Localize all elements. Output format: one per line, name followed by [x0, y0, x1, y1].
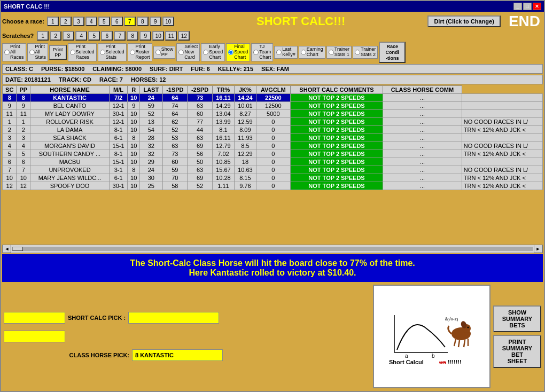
tj-team-label: TJTeamChart [259, 44, 271, 60]
scratch-btn-4[interactable]: 4 [75, 31, 87, 41]
race-btn-9[interactable]: 9 [150, 17, 161, 26]
earning-chart-label: EarningChart [307, 47, 323, 58]
table-row[interactable]: 99BEL CANTO12-1959746314.2910.0112500NOT… [3, 102, 543, 110]
print-selected-stats-label: PrintSelectedStats [106, 44, 124, 60]
trainer-stats2-radio[interactable] [355, 50, 360, 55]
table-row[interactable]: 1212SPOOFY DOO30-1102558521.119.760NOT T… [3, 182, 543, 190]
horizontal-scrollbar[interactable]: ◄ ► [2, 245, 543, 253]
table-row[interactable]: 55SOUTHERN CANDY ...8-1103273567.0212.29… [3, 150, 543, 158]
col-header-horse-name: HORSE NAME [30, 86, 110, 94]
select-new-card-label: SelectNewCard [184, 44, 198, 60]
race-btn-1[interactable]: 1 [47, 17, 59, 26]
earning-chart-radio[interactable] [301, 50, 306, 55]
scratch-btn-7[interactable]: 7 [114, 31, 126, 41]
race-btn-4[interactable]: 4 [85, 17, 97, 26]
select-new-card-radio[interactable] [178, 50, 184, 55]
print-all-races-group: PrintAllRaces [2, 43, 26, 61]
scratch-btn-9[interactable]: 9 [139, 31, 151, 41]
race-btn-5[interactable]: 5 [98, 17, 110, 26]
print-selected-races-group: PrintSelectedRaces [68, 43, 97, 61]
race-btn-8[interactable]: 8 [137, 17, 149, 26]
action-buttons: SHOWSUMMARYBETS PRINTSUMMARYBETSHEET [493, 285, 541, 388]
print-selected-stats-group: PrintSelectedStats [98, 43, 127, 61]
col-header-r: R [128, 86, 140, 94]
table-row[interactable]: 1111MY LADY DOWRY30-11052646013.048.2750… [3, 110, 543, 118]
race-conditions-btn[interactable]: RaceCondi-tions [379, 42, 406, 63]
table-row[interactable]: 33SEA SHACK6-1828536316.1111.930NOT TOP … [3, 134, 543, 142]
race-btn-2[interactable]: 2 [60, 17, 72, 26]
last-kelly-radio[interactable] [276, 50, 282, 55]
svg-text:b: b [432, 353, 435, 359]
dirt-button[interactable]: Dirt (Click to Change) [427, 15, 500, 27]
final-speed-radio[interactable] [228, 50, 233, 55]
print-all-races-radio[interactable] [4, 50, 10, 55]
show-pp-radio[interactable] [155, 50, 161, 55]
scratch-btn-3[interactable]: 3 [63, 31, 74, 41]
scratch-btn-6[interactable]: 6 [101, 31, 113, 41]
app-title: SHORT CALC!!! [174, 14, 428, 28]
table-row[interactable]: 11ROLLOVER RISK12-11013627713.9912.590NO… [3, 118, 543, 126]
col-header-tr%: TR% [212, 86, 234, 94]
show-summary-bets-btn[interactable]: SHOWSUMMARYBETS [493, 305, 541, 332]
scratches-label: Scratches? [2, 33, 34, 39]
trainer-stats1-group: TrainerStats 1 [326, 46, 352, 59]
print-roster-label: PrintRosterReport [136, 44, 150, 60]
scroll-thumb[interactable] [12, 247, 23, 251]
print-all-stats-radio[interactable] [29, 50, 35, 55]
last-kelly-group: LastKelly# [274, 46, 298, 59]
early-speed-chart-group: EarlySpeedChart [201, 43, 225, 61]
short-calc-pick-label: SHORT CALC PICK : [68, 315, 126, 321]
print-roster-radio[interactable] [130, 50, 135, 55]
col-header-jk%: JK% [234, 86, 256, 94]
purse-info: PURSE: $18500 [41, 66, 84, 72]
table-row[interactable]: 77UNPROVOKED3-1824596315.6710.630NOT TOP… [3, 166, 543, 174]
race-btn-7[interactable]: 7 [124, 17, 136, 26]
scroll-right-arrow[interactable]: ► [534, 245, 542, 253]
scratch-btn-5[interactable]: 5 [88, 31, 100, 41]
svg-line-10 [464, 340, 465, 347]
class-horse-pick-label: CLASS HORSE PICK: [4, 352, 129, 358]
scratch-btn-1[interactable]: 1 [37, 31, 49, 41]
choose-race-label: Choose a race: [2, 18, 44, 25]
tj-team-radio[interactable] [253, 50, 259, 55]
print-pp-btn[interactable]: PrintPP [49, 45, 67, 60]
print-selected-races-radio[interactable] [70, 50, 75, 55]
print-summary-bet-btn[interactable]: PRINTSUMMARYBETSHEET [493, 335, 541, 368]
fur-info: FUR: 6 [191, 66, 209, 72]
scroll-track[interactable] [12, 247, 533, 251]
col-header--2spd: -2SPD [188, 86, 213, 94]
earning-chart-group: EarningChart [299, 46, 325, 59]
close-btn[interactable]: ✕ [533, 3, 541, 10]
title-bar: SHORT CALC !!! _ □ ✕ [1, 1, 544, 12]
track-info: TRACK: CD [59, 76, 91, 83]
scratch-btn-12[interactable]: 12 [178, 31, 190, 41]
col-header-pp: PP [17, 86, 30, 94]
table-row[interactable]: 66MACBU15-11029605010.85180NOT TOP 2 SPE… [3, 158, 543, 166]
table-row[interactable]: 22LA DAMA8-1105452448.18.090NOT TOP 2 SP… [3, 126, 543, 134]
race-btn-10[interactable]: 10 [162, 17, 174, 26]
horses-table: SCPPHORSE NAMEM/LRLAST-1SPD-2SPDTR%JK%AV… [2, 85, 543, 190]
minimize-btn[interactable]: _ [513, 3, 522, 10]
col-header-last: LAST [140, 86, 162, 94]
select-new-card-group: SelectNewCard [176, 43, 200, 61]
scroll-left-arrow[interactable]: ◄ [3, 245, 11, 253]
scratch-btn-2[interactable]: 2 [50, 31, 61, 41]
table-row[interactable]: 44MORGAN'S DAVID15-11032636912.798.50NOT… [3, 142, 543, 150]
race-btn-6[interactable]: 6 [111, 17, 123, 26]
svg-text:us: us [439, 359, 446, 365]
table-row[interactable]: 1010MARY JEANS WILDC...6-11030706910.288… [3, 174, 543, 182]
scratch-btn-8[interactable]: 8 [127, 31, 138, 41]
maximize-btn[interactable]: □ [523, 3, 532, 10]
col-header-short-calc-comments: SHORT CALC COMMENTS [290, 86, 383, 94]
early-speed-label: EarlySpeedChart [209, 44, 223, 60]
early-speed-radio[interactable] [203, 50, 208, 55]
end-button[interactable]: END [506, 13, 543, 30]
scratch-btn-11[interactable]: 11 [165, 31, 177, 41]
class-info: CLASS: C [5, 66, 33, 72]
show-pp-label: ShowPP [161, 47, 174, 58]
race-btn-3[interactable]: 3 [73, 17, 84, 26]
trainer-stats1-radio[interactable] [329, 50, 334, 55]
print-selected-stats-radio[interactable] [100, 50, 105, 55]
table-row[interactable]: 88KANTASTIC7/21024647316.1114.2422500NOT… [3, 94, 543, 102]
scratch-btn-10[interactable]: 10 [152, 31, 164, 41]
